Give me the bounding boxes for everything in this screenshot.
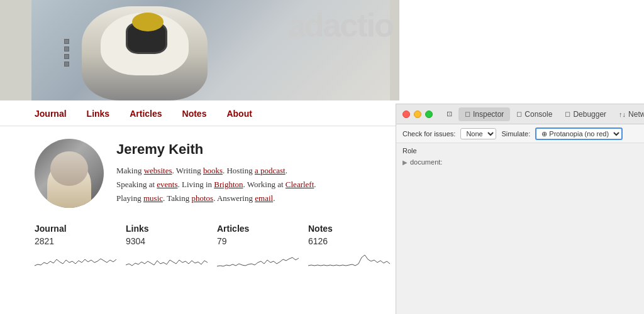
tab-picker[interactable]: ⊡ [440,107,458,121]
link-photos[interactable]: photos [191,193,213,203]
stat-journal: Journal 2821 [35,224,126,271]
profile-text: Jeremy Keith Making websites. Writing bo… [116,139,316,205]
link-brighton[interactable]: Brighton [214,180,243,189]
tab-console[interactable]: ◻ Console [510,107,558,121]
profile-section: Jeremy Keith Making websites. Writing bo… [0,126,399,217]
profile-bio: Making websites. Writing books. Hosting … [116,164,316,205]
debugger-icon: ◻ [565,110,570,118]
link-events[interactable]: events [157,180,177,189]
console-icon: ◻ [516,110,522,118]
stat-journal-count: 2821 [35,236,126,246]
stat-notes-label: Notes [308,224,399,234]
tab-network[interactable]: ↑↓ Network [613,107,644,121]
check-issues-label: Check for issues: [402,130,455,138]
devtools-tabs: ⊡ ◻ Inspector ◻ Console ◻ Debugger ↑↓ Ne… [440,107,644,121]
sparkline-journal [35,250,116,269]
devtools-titlebar: ⊡ ◻ Inspector ◻ Console ◻ Debugger ↑↓ Ne… [396,104,644,124]
check-issues-select[interactable]: None [460,128,496,139]
devtools-toolbar: Check for issues: None Simulate: ⊕ Prota… [396,124,644,143]
nav-links[interactable]: Links [87,109,110,119]
main-nav: Journal Links Articles Notes About [0,100,399,126]
simulate-label: Simulate: [501,130,530,138]
stat-notes: Notes 6126 [308,224,399,271]
nav-notes[interactable]: Notes [182,109,207,119]
avatar [35,139,104,208]
tree-document-text: document: [410,158,442,166]
tab-debugger-label: Debugger [573,110,606,119]
sparkline-notes [308,250,390,269]
tree-arrow-icon: ▶ [402,159,408,166]
tree-document-item[interactable]: ▶ document: [402,157,638,167]
tab-debugger[interactable]: ◻ Debugger [558,107,613,121]
site-header: adactio [0,0,399,100]
tab-console-label: Console [525,110,552,119]
stat-articles-count: 79 [217,236,308,246]
maximize-button[interactable] [425,111,433,118]
stats-section: Journal 2821 Links 9304 Articles 79 Note… [0,217,399,271]
nav-about[interactable]: About [226,109,252,119]
stat-links-count: 9304 [126,236,217,246]
minimize-button[interactable] [414,111,421,118]
tab-inspector[interactable]: ◻ Inspector [458,107,510,121]
stat-links-label: Links [126,224,217,234]
devtools-panel: ⊡ ◻ Inspector ◻ Console ◻ Debugger ↑↓ Ne… [396,104,644,314]
link-clearleft[interactable]: Clearleft [286,180,314,189]
tab-network-label: Network [628,110,644,119]
nav-journal[interactable]: Journal [35,109,67,119]
nav-articles[interactable]: Articles [130,109,162,119]
link-websites[interactable]: websites [144,166,172,175]
stat-articles: Articles 79 [217,224,308,271]
profile-name: Jeremy Keith [116,141,316,158]
inspector-icon: ◻ [465,110,470,118]
tab-inspector-label: Inspector [473,110,504,119]
link-books[interactable]: books [203,166,223,175]
link-email[interactable]: email [255,193,273,203]
devtools-content: Role ▶ document: [396,143,644,171]
stat-notes-count: 6126 [308,236,399,246]
stat-journal-label: Journal [35,224,126,234]
link-podcast[interactable]: a podcast [255,166,286,175]
sparkline-articles [217,250,299,269]
close-button[interactable] [402,111,410,118]
network-icon: ↑↓ [619,111,626,118]
role-label: Role [402,147,638,154]
site-title: adactio [287,6,393,44]
picker-icon: ⊡ [447,110,452,118]
sparkline-links [126,250,208,269]
website-area: adactio Journal Links Articles Notes Abo… [0,0,399,314]
small-squares-decoration [64,39,69,67]
simulate-select[interactable]: ⊕ Protanopia (no red) [535,127,623,140]
yellow-accent [132,13,164,31]
traffic-lights [402,111,433,118]
stat-links: Links 9304 [126,224,217,271]
link-music[interactable]: music [143,193,163,203]
stat-articles-label: Articles [217,224,308,234]
